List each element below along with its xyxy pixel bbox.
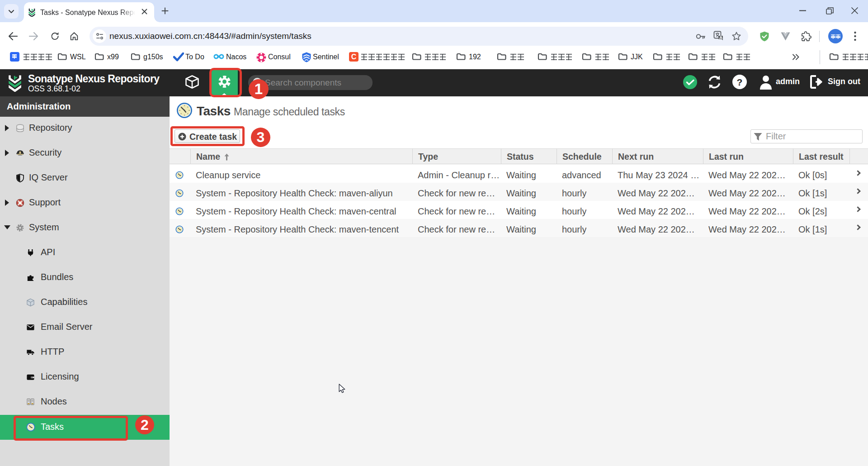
svg-text:?: ? <box>737 77 743 87</box>
